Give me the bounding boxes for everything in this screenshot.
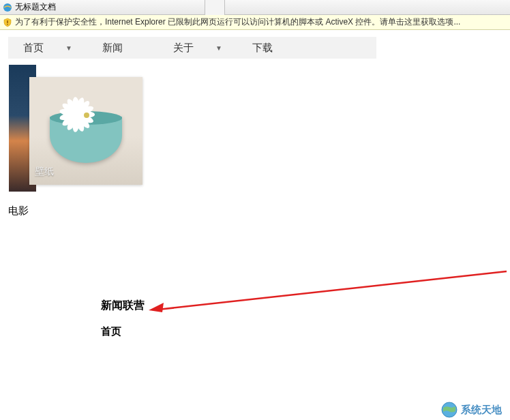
- tab-divider: [205, 0, 225, 15]
- watermark-text: 系统天地: [461, 404, 502, 417]
- nav-label: 关于: [173, 42, 194, 55]
- flower-graphic: [65, 93, 107, 136]
- nav-bar: 首页 ▼ 新闻 关于 ▼ 下载: [8, 37, 376, 59]
- svg-line-3: [158, 271, 507, 310]
- thumbnail-area[interactable]: 壁纸: [8, 64, 142, 192]
- nav-label: 首页: [23, 42, 44, 55]
- nav-item-about[interactable]: 关于 ▼: [158, 37, 237, 59]
- chevron-down-icon: ▼: [215, 44, 222, 52]
- svg-marker-4: [149, 303, 164, 312]
- page-content: 首页 ▼ 新闻 关于 ▼ 下载: [0, 30, 510, 224]
- nav-item-home[interactable]: 首页 ▼: [8, 37, 87, 59]
- window-title: 无标题文档: [15, 1, 56, 13]
- title-bar: 无标题文档: [0, 0, 510, 15]
- ie-icon: [3, 3, 12, 12]
- chevron-down-icon: ▼: [65, 44, 72, 52]
- globe-icon: [440, 401, 458, 419]
- annotation-arrow: [149, 270, 510, 318]
- thumbnail-label: 壁纸: [35, 166, 54, 178]
- svg-rect-2: [7, 24, 7, 25]
- nav-item-news[interactable]: 新闻: [87, 37, 138, 59]
- watermark: 系统天地: [440, 401, 502, 419]
- security-infobar[interactable]: 为了有利于保护安全性，Internet Explorer 已限制此网页运行可以访…: [0, 15, 510, 30]
- shield-icon: [3, 18, 12, 27]
- svg-rect-1: [7, 20, 7, 23]
- sub-content: 新闻联营 首页: [101, 299, 145, 338]
- label-movies[interactable]: 电影: [8, 205, 502, 217]
- sub-item-home[interactable]: 首页: [101, 325, 145, 338]
- nav-label: 新闻: [102, 42, 123, 55]
- nav-label: 下载: [252, 42, 273, 55]
- nav-item-download[interactable]: 下载: [237, 37, 288, 59]
- sub-title: 新闻联营: [101, 299, 145, 313]
- infobar-message: 为了有利于保护安全性，Internet Explorer 已限制此网页运行可以访…: [15, 16, 460, 28]
